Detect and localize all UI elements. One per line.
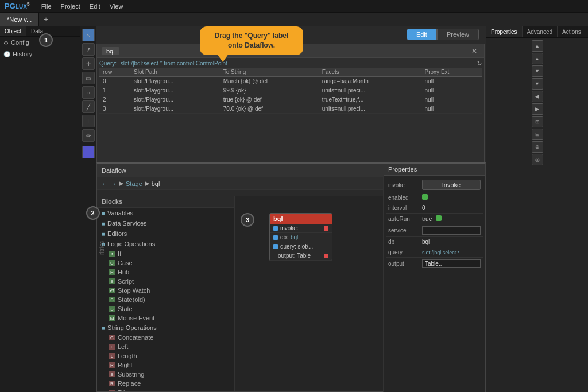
cell-row-3: 3 (99, 104, 130, 114)
block-concat-label: Concatenate (118, 334, 153, 341)
table-row[interactable]: 3 slot:/Playgrou... 70.0 {ok} @ def unit… (99, 104, 482, 114)
block-case[interactable]: C Case (97, 258, 234, 267)
block-cat-editors[interactable]: ■ Editors (97, 228, 234, 239)
right-tab-actions[interactable]: Actions (558, 26, 586, 37)
block-length[interactable]: L Length (97, 351, 234, 360)
props-btn-down2[interactable]: ▼ (532, 78, 543, 90)
block-concat[interactable]: C Concatenate (97, 333, 234, 342)
edit-button[interactable]: Edit (407, 29, 437, 40)
props-btn-up1[interactable]: ▲ (532, 40, 543, 52)
block-if[interactable]: if If (97, 249, 234, 258)
prop-value-enabled (422, 194, 481, 201)
node-port-query-in[interactable] (273, 244, 278, 249)
props-btn-up2[interactable]: ▲ (532, 53, 543, 64)
breadcrumb-forward[interactable]: → (110, 180, 117, 187)
block-left[interactable]: L Left (97, 342, 234, 351)
right-tab-advanced[interactable]: Advanced (523, 26, 558, 37)
logo-pg: PG (5, 2, 16, 11)
query-path: slot:/|bql:select * from control:Control… (121, 60, 227, 67)
node-invoke-label: invoke: (280, 225, 299, 231)
block-cat-string[interactable]: ■ String Operations (97, 323, 234, 333)
block-stopwatch[interactable]: ⏱ Stop Watch (97, 286, 234, 295)
cell-facets-2: trueText=true,f... (319, 95, 421, 104)
trim-icon: T (109, 390, 115, 391)
query-panel-close[interactable]: ✕ (469, 47, 479, 55)
block-trim[interactable]: T Trim (97, 388, 234, 391)
tab-new-view[interactable]: *New v... (0, 13, 39, 26)
node-port-invoke-out[interactable] (324, 226, 328, 231)
block-mouse-label: Mouse Event (118, 315, 154, 321)
query-tab[interactable]: bql (102, 47, 119, 55)
prop-invoke-btn[interactable]: Invoke (422, 180, 481, 190)
block-cat-logic[interactable]: ■ Logic Operations (97, 239, 234, 249)
prop-label-interval: interval (388, 205, 420, 211)
props-btn-collapse[interactable]: ⊟ (532, 129, 543, 140)
app-logo: PGLUX5 (5, 1, 30, 10)
prop-label-db: db (388, 239, 420, 245)
content-area: Edit Preview Drag the "Query" label onto… (96, 26, 588, 392)
block-cat-variables[interactable]: ■ Variables (97, 208, 234, 218)
cell-slotpath-2: slot:/Playgrou... (130, 95, 220, 104)
query-refresh[interactable]: ↻ (477, 60, 482, 67)
block-cat-data-services[interactable]: ■ Data Services (97, 218, 234, 228)
props-btn-expand[interactable]: ⊞ (532, 116, 543, 127)
menu-file[interactable]: File (37, 2, 56, 11)
table-row[interactable]: 1 slot:/Playgrou... 99.9 {ok} units=null… (99, 86, 482, 95)
props-btn-add[interactable]: ⊕ (532, 141, 543, 153)
tool-circle[interactable]: ○ (82, 86, 95, 99)
tool-pen[interactable]: ✏ (82, 129, 95, 142)
node-port-output-out[interactable] (324, 254, 328, 258)
node-row-invoke: invoke: (270, 224, 332, 233)
props-btn-target[interactable]: ◎ (532, 154, 543, 165)
block-state[interactable]: S State (97, 304, 234, 313)
prop-value-query: slot:/|bql:select * (422, 250, 481, 255)
block-state-old[interactable]: S State(old) (97, 295, 234, 304)
block-right[interactable]: R Right (97, 360, 234, 370)
menu-edit[interactable]: Edit (85, 2, 105, 11)
block-trim-label: Trim (118, 389, 130, 391)
props-btn-left[interactable]: ◀ (532, 91, 543, 102)
menu-project[interactable]: Project (56, 2, 85, 11)
block-stopwatch-label: Stop Watch (118, 287, 150, 294)
tool-move[interactable]: ✛ (82, 57, 95, 70)
prop-input-service[interactable] (422, 226, 481, 235)
col-row: row (99, 68, 130, 77)
bql-node[interactable]: bql invoke: db: bql (269, 213, 332, 261)
preview-button[interactable]: Preview (437, 29, 479, 40)
tool-rect[interactable]: ▭ (82, 72, 95, 84)
right-tab-properties[interactable]: Properties (486, 26, 523, 37)
block-hub-label: Hub (118, 269, 129, 275)
block-replace[interactable]: R Replace (97, 379, 234, 388)
enabled-green-dot[interactable] (422, 194, 428, 200)
mouse-icon: M (109, 315, 115, 321)
block-substring[interactable]: S Substring (97, 370, 234, 379)
right-properties-panel: Properties Advanced Actions ▲ ▲ ▼ ▼ ◀ ▶ … (486, 26, 588, 392)
tool-text[interactable]: T (82, 115, 95, 127)
node-port-db-in[interactable] (273, 235, 278, 240)
table-row[interactable]: 2 slot:/Playgrou... true {ok} @ def true… (99, 95, 482, 104)
node-port-invoke-in[interactable] (273, 226, 278, 231)
menu-view[interactable]: View (105, 2, 128, 11)
block-script[interactable]: S Script (97, 277, 234, 286)
block-hub[interactable]: H Hub (97, 267, 234, 277)
cat-data-icon: ■ (102, 220, 105, 227)
sidebar-item-history[interactable]: 🕐 History (0, 48, 80, 60)
breadcrumb-back[interactable]: ← (102, 180, 108, 187)
props-btn-right[interactable]: ▶ (532, 103, 543, 115)
tool-color[interactable] (82, 146, 95, 158)
cell-row-2: 2 (99, 95, 130, 104)
props-btn-down1[interactable]: ▼ (532, 65, 543, 77)
autorun-dot[interactable] (436, 215, 442, 221)
right-props-tabs: Properties Advanced Actions (486, 26, 588, 38)
new-tab-button[interactable]: + (39, 13, 53, 26)
tool-line[interactable]: ╱ (82, 100, 95, 113)
breadcrumb-stage[interactable]: Stage (126, 180, 142, 187)
table-row[interactable]: 0 slot:/Playgrou... March {ok} @ def ran… (99, 77, 482, 86)
block-mouse-event[interactable]: M Mouse Event (97, 313, 234, 323)
tool-arrow[interactable]: ↗ (82, 43, 95, 56)
sidebar-tab-object[interactable]: Object (0, 26, 26, 36)
cat-string-icon: ■ (102, 325, 105, 331)
cell-slotpath-1: slot:/Playgrou... (130, 86, 220, 95)
tool-select[interactable]: ↖ (82, 29, 95, 41)
cat-editors-label: Editors (107, 230, 127, 237)
